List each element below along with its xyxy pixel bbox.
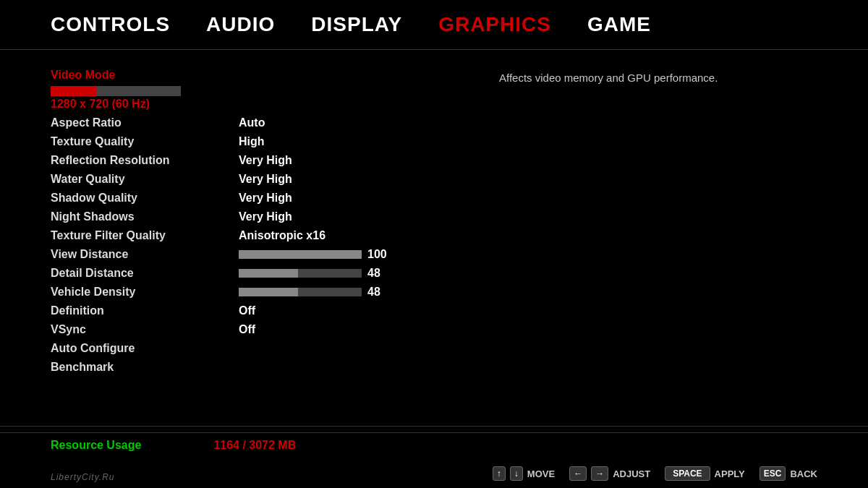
key-esc: ESC [760,466,786,481]
night-shadows-label: Night Shadows [51,210,231,223]
nav-display[interactable]: Display [311,13,402,36]
vehicle-density-bar[interactable] [239,288,362,296]
view-distance-fill [239,250,362,259]
view-distance-label: View Distance [51,248,231,261]
description-panel: Affects video memory and GPU performance… [499,64,718,377]
divider-line [0,426,868,427]
key-up: ↑ [493,466,506,481]
key-down: ↓ [510,466,523,481]
reflection-resolution-value: Very High [239,154,292,167]
view-distance-value: 100 [367,248,393,261]
vehicle-density-label: Vehicle Density [51,286,231,299]
vsync-row[interactable]: VSync Off [51,320,470,339]
footer-back: ESC BACK [760,466,817,481]
footer-apply: SPACE APPLY [665,466,745,481]
detail-distance-slider-container: 48 [239,267,393,280]
definition-value: Off [239,304,255,317]
vehicle-density-fill [239,288,298,296]
benchmark-label: Benchmark [51,361,231,374]
water-quality-label: Water Quality [51,173,231,186]
vehicle-density-value: 48 [367,286,393,299]
detail-distance-label: Detail Distance [51,267,231,280]
nav-graphics[interactable]: Graphics [438,13,551,36]
nav-controls[interactable]: Controls [51,13,170,36]
view-distance-slider-container: 100 [239,248,393,261]
video-mode-slider[interactable] [51,86,181,96]
aspect-ratio-row[interactable]: Aspect Ratio Auto [51,114,470,132]
detail-distance-bar[interactable] [239,269,362,278]
definition-label: Definition [51,304,231,317]
footer-adjust: ← → ADJUST [569,466,650,481]
nav-game[interactable]: Game [587,13,651,36]
key-left: ← [569,466,587,481]
auto-configure-row[interactable]: Auto Configure [51,339,470,358]
main-content: Video Mode 1280 x 720 (60 Hz) Aspect Rat… [0,50,868,414]
shadow-quality-value: Very High [239,192,292,205]
back-label: BACK [790,468,817,479]
detail-distance-value: 48 [367,267,393,280]
view-distance-row[interactable]: View Distance 100 [51,245,470,264]
description-text: Affects video memory and GPU performance… [499,72,718,84]
video-mode-slider-fill [51,86,96,96]
definition-row[interactable]: Definition Off [51,301,470,320]
bottom-bar: Resource Usage 1164 / 3072 MB [0,432,868,458]
vehicle-density-slider-container: 48 [239,286,393,299]
water-quality-row[interactable]: Water Quality Very High [51,170,470,189]
top-navigation: Controls Audio Display Graphics Game [0,0,868,50]
resource-usage-label: Resource Usage [51,439,141,452]
nav-audio[interactable]: Audio [206,13,275,36]
vsync-value: Off [239,323,255,336]
night-shadows-value: Very High [239,210,292,223]
move-label: MOVE [527,468,555,479]
texture-filter-quality-value: Anisotropic x16 [239,229,326,242]
texture-quality-row[interactable]: Texture Quality High [51,132,470,151]
texture-quality-value: High [239,135,265,148]
water-quality-value: Very High [239,173,292,186]
aspect-ratio-label: Aspect Ratio [51,116,231,129]
view-distance-bar[interactable] [239,250,362,259]
shadow-quality-row[interactable]: Shadow Quality Very High [51,189,470,207]
texture-filter-quality-row[interactable]: Texture Filter Quality Anisotropic x16 [51,226,470,245]
adjust-label: ADJUST [613,468,650,479]
detail-distance-row[interactable]: Detail Distance 48 [51,264,470,283]
vehicle-density-row[interactable]: Vehicle Density 48 [51,283,470,301]
detail-distance-fill [239,269,298,278]
key-right: → [591,466,608,481]
benchmark-row[interactable]: Benchmark [51,358,470,377]
reflection-resolution-label: Reflection Resolution [51,154,231,167]
video-mode-slider-row [51,86,470,96]
texture-quality-label: Texture Quality [51,135,231,148]
footer-controls: ↑ ↓ MOVE ← → ADJUST SPACE APPLY ESC BACK [0,466,868,481]
watermark: LibertyCity.Ru [51,472,114,482]
shadow-quality-label: Shadow Quality [51,192,231,205]
reflection-resolution-row[interactable]: Reflection Resolution Very High [51,151,470,170]
footer-move: ↑ ↓ MOVE [493,466,555,481]
texture-filter-quality-label: Texture Filter Quality [51,229,231,242]
apply-label: APPLY [715,468,745,479]
night-shadows-row[interactable]: Night Shadows Very High [51,207,470,226]
resource-usage-value: 1164 / 3072 MB [213,439,296,452]
key-space: SPACE [665,466,710,481]
vsync-label: VSync [51,323,231,336]
video-mode-value: 1280 x 720 (60 Hz) [51,98,470,111]
video-mode-row[interactable]: Video Mode 1280 x 720 (60 Hz) [51,64,470,114]
video-mode-label: Video Mode [51,69,470,82]
settings-list: Video Mode 1280 x 720 (60 Hz) Aspect Rat… [51,64,470,377]
auto-configure-label: Auto Configure [51,342,231,355]
aspect-ratio-value: Auto [239,116,265,129]
settings-layout: Video Mode 1280 x 720 (60 Hz) Aspect Rat… [51,64,817,377]
